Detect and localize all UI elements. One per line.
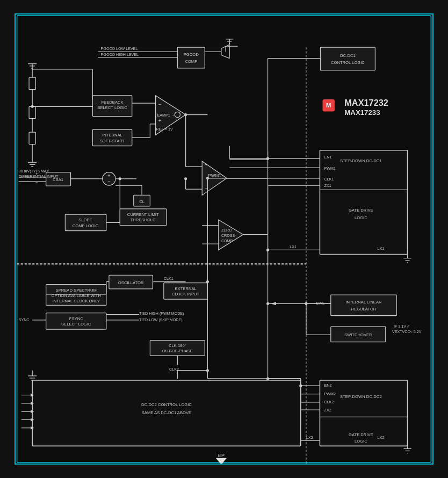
svg-point-66: [119, 177, 121, 180]
svg-rect-22: [29, 77, 35, 89]
dc-dc2-label: DC-DC2 CONTROL LOGIC: [141, 402, 192, 407]
svg-point-176: [305, 302, 307, 305]
svg-text:−: −: [107, 179, 110, 184]
lin-reg-label: INTERNAL LINEAR: [345, 300, 382, 305]
en2-label: EN2: [324, 383, 332, 388]
svg-text:CROSS: CROSS: [221, 234, 235, 238]
step-down1-label: STEP-DOWN DC-DC1: [340, 158, 382, 163]
brand-name2: MAX17233: [344, 108, 380, 117]
svg-text:→: →: [171, 113, 175, 118]
svg-rect-37: [92, 129, 132, 146]
spread-spectrum-label: SPREAD SPECTRUM: [56, 288, 97, 293]
brand-name1: MAX17232: [344, 98, 388, 107]
feedback-select-label: FEEDBACK: [101, 100, 123, 105]
svg-point-178: [266, 249, 269, 251]
slope-comp-label2: COMP LOGIC: [73, 223, 99, 228]
svg-rect-26: [29, 132, 35, 144]
lx1-left-label: LX1: [290, 245, 297, 249]
dc-dc2-label2: SAME AS DC-DC1 ABOVE: [142, 410, 191, 415]
pwm2-label: PWM2: [324, 392, 336, 396]
svg-point-154: [206, 280, 209, 283]
lin-reg-label2: REGULATOR: [351, 307, 377, 312]
lx1-right-label: LX1: [377, 247, 384, 251]
svg-point-42: [175, 112, 180, 117]
oscillator-label: OSCILLATOR: [118, 280, 144, 285]
svg-text:COMP: COMP: [221, 239, 233, 243]
cl-label: CL: [139, 199, 144, 204]
pgood-high-label: PGOOD HIGH LEVEL: [101, 53, 139, 57]
svg-rect-108: [331, 295, 396, 316]
svg-point-163: [266, 377, 269, 380]
diff-input-label2: DIFFERENTIAL INPUT: [19, 175, 59, 179]
svg-text:+: +: [205, 162, 207, 168]
dc-dc1-control-label: DC-DC1: [340, 53, 356, 58]
ref-label: REF = 1V: [156, 127, 173, 132]
diff-input-label: 80 mV(TYP) MAX: [19, 169, 49, 173]
clk-phase-label2: OUT-OF-PHASE: [162, 349, 193, 353]
pwm1-label: PWM1: [324, 166, 336, 171]
pgood-comp-label2: COMP: [185, 59, 197, 64]
lx2-right-label: LX2: [377, 436, 384, 440]
svg-point-74: [184, 113, 187, 116]
zx2-label: ZX2: [324, 408, 331, 412]
current-limit-label: CURRENT-LIMIT: [127, 212, 159, 217]
svg-line-12: [221, 55, 229, 58]
clk1-label: CLK1: [324, 177, 334, 182]
schematic-diagram: M MAX17232 MAX17233 DC-DC1 CONTROL LOGIC…: [15, 13, 433, 465]
gate-drive2-label: GATE DRIVE: [349, 432, 373, 437]
zx1-label: ZX1: [324, 184, 331, 188]
tied-high-label: TIED HIGH (PWM MODE): [139, 312, 184, 316]
spread-spectrum-label3: INTERNAL CLOCK ONLY: [53, 299, 100, 303]
svg-rect-102: [46, 313, 106, 330]
lx2-left-label: LX2: [306, 436, 313, 440]
svg-text:M: M: [326, 102, 331, 108]
svg-text:EAMP1: EAMP1: [157, 113, 170, 118]
vextvcc-label: VEXTVCC< 5.2V: [392, 330, 422, 334]
gate-drive1-label2: LOGIC: [355, 215, 367, 220]
svg-point-161: [266, 302, 269, 305]
svg-text:+: +: [107, 173, 110, 178]
svg-text:ZERO: ZERO: [221, 228, 232, 233]
switchover-label: SWITCHOVER: [344, 332, 372, 337]
soft-start-label2: SOFT-START: [100, 139, 125, 143]
pgood-low-label: PGOOD LOW LEVEL: [101, 47, 138, 51]
en1-label: EN1: [324, 155, 332, 160]
fsync-label2: SELECT LOGIC: [61, 322, 91, 327]
if-condition-label: IF 3.1V <: [394, 324, 409, 329]
tied-low-label: TIED LOW (SKIP MODE): [139, 318, 183, 322]
svg-point-157: [206, 369, 209, 372]
svg-text:−: −: [35, 180, 38, 185]
page-container: M MAX17232 MAX17233 DC-DC1 CONTROL LOGIC…: [0, 0, 448, 478]
svg-rect-63: [65, 214, 106, 231]
ext-clock-label: EXTERNAL: [175, 286, 197, 291]
svg-text:−: −: [158, 102, 162, 107]
dc-dc1-control-label2: CONTROL LOGIC: [331, 60, 365, 65]
svg-rect-24: [29, 106, 35, 118]
clk2-box-label: CLK2: [324, 400, 334, 404]
clk1-osc-label: CLK1: [164, 277, 174, 281]
svg-point-77: [184, 177, 187, 180]
svg-text:PWM1: PWM1: [208, 173, 221, 178]
svg-rect-5: [320, 47, 375, 70]
clk-phase-label: CLK 180°: [169, 343, 186, 348]
schematic-svg: M MAX17232 MAX17233 DC-DC1 CONTROL LOGIC…: [16, 15, 432, 463]
gate-drive2-label2: LOGIC: [355, 439, 367, 444]
soft-start-label: INTERNAL: [102, 133, 122, 137]
current-limit-label2: THRESHOLD: [131, 218, 156, 222]
ep-label: EP: [218, 453, 225, 458]
svg-point-33: [31, 105, 34, 108]
pgood-comp-label: PGOOD: [184, 52, 199, 57]
fsync-label: FSYNC: [69, 316, 83, 321]
svg-rect-6: [177, 47, 205, 68]
svg-rect-67: [120, 209, 167, 226]
svg-text:+: +: [158, 118, 162, 124]
ext-clock-label2: CLOCK INPUT: [172, 292, 200, 296]
sync-label: SYNC: [19, 318, 30, 322]
svg-marker-110: [271, 302, 276, 305]
gate-drive1-label: GATE DRIVE: [349, 208, 373, 213]
step-down2-label: STEP-DOWN DC-DC2: [340, 394, 382, 399]
svg-rect-101: [164, 283, 208, 300]
slope-comp-label: SLOPE: [78, 218, 92, 222]
feedback-select-label2: SELECT LOGIC: [97, 105, 127, 110]
svg-point-171: [266, 157, 269, 160]
